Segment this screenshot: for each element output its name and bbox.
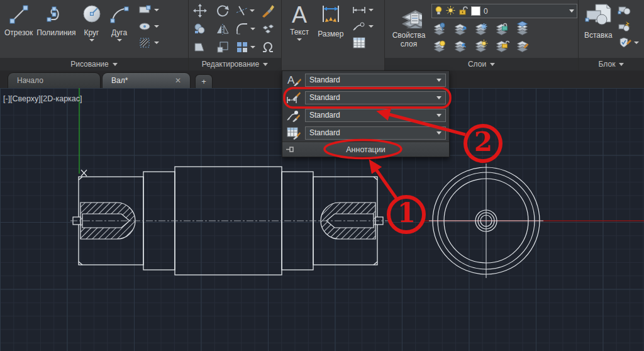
hatch-dropdown-caret-icon[interactable] [154, 42, 159, 44]
edit-block-button[interactable] [617, 20, 632, 33]
viewport-menu-control[interactable]: [-] [3, 94, 10, 103]
tab-drawing-label: Вал* [111, 76, 128, 85]
stretch-icon [193, 41, 207, 53]
table-style-combo[interactable]: Standard [305, 126, 446, 140]
ellipse-dropdown-caret-icon[interactable] [154, 25, 159, 28]
mirror-button[interactable] [216, 23, 230, 35]
dimension-linear-button[interactable] [352, 3, 367, 17]
text-style-combo[interactable]: Standard [305, 74, 446, 87]
layer-match-button[interactable] [514, 38, 530, 53]
offset-button[interactable] [260, 40, 275, 54]
explode-button[interactable] [261, 22, 275, 36]
multileader-style-combo[interactable]: Standard [305, 109, 446, 122]
arc-button[interactable]: Дуга [106, 2, 133, 43]
trim-dropdown-caret-icon[interactable] [250, 9, 255, 12]
scale-button[interactable] [216, 40, 230, 54]
insert-block-icon [584, 3, 612, 30]
insert-block-button[interactable]: Вставка [582, 2, 614, 41]
dimension-icon [318, 3, 343, 29]
create-block-button[interactable] [617, 3, 632, 17]
ellipse-tool-button[interactable] [137, 20, 152, 33]
hatch-tool-button[interactable] [137, 36, 152, 50]
line-button[interactable]: Отрезок [3, 2, 35, 38]
panel-expand-caret-icon [263, 63, 268, 66]
text-dropdown-caret-icon[interactable] [297, 38, 302, 41]
panel-block: Вставка [579, 0, 644, 70]
layer-on-bulb-icon[interactable] [435, 6, 443, 17]
layer-properties-button[interactable]: Свойства слоя [386, 2, 431, 50]
layer-combo-caret-icon[interactable] [569, 9, 574, 13]
circle-dropdown-caret-icon[interactable] [89, 39, 94, 42]
copy-icon [193, 22, 207, 36]
rectangle-dropdown-caret-icon[interactable] [154, 9, 159, 11]
attributes-dropdown-caret-icon[interactable] [634, 42, 639, 44]
move-button[interactable] [193, 4, 207, 18]
ribbon: Отрезок Полилиния Круг [0, 0, 644, 70]
arc-icon [108, 3, 131, 28]
text-style-value: Standard [309, 75, 436, 84]
panel-annotate: A Текст Размер [282, 0, 385, 70]
leader-button[interactable] [352, 20, 367, 33]
scale-icon [216, 40, 230, 54]
rectangle-tool-button[interactable] [137, 3, 152, 17]
fillet-dropdown-caret-icon[interactable] [250, 28, 255, 30]
panel-title-block[interactable]: Блок [579, 58, 644, 70]
layer-off-button[interactable] [431, 21, 447, 36]
offset-icon [260, 40, 275, 54]
table-button[interactable] [352, 36, 367, 50]
panel-expand-caret-icon [619, 63, 624, 66]
layer-color-swatch[interactable] [471, 6, 480, 16]
layer-select-combo[interactable]: 0 [431, 4, 577, 18]
polyline-button[interactable]: Полилиния [35, 2, 77, 38]
layer-isolate-button[interactable] [452, 21, 468, 36]
line-button-label: Отрезок [4, 28, 33, 37]
layer-on-all-button[interactable] [431, 38, 447, 53]
array-button[interactable] [235, 40, 255, 54]
circle-button[interactable]: Круг [78, 2, 106, 43]
rotate-button[interactable] [216, 4, 230, 18]
rotate-icon [216, 4, 230, 18]
layer-properties-icon [396, 4, 422, 30]
layer-unlock-icon[interactable] [458, 6, 468, 17]
viewport-view-control[interactable]: [Сверху] [10, 94, 41, 103]
layer-freeze-sun-icon[interactable] [446, 6, 455, 17]
erase-button[interactable] [261, 4, 275, 18]
layer-unlock-all-button[interactable] [494, 38, 509, 53]
stretch-button[interactable] [193, 41, 207, 53]
layer-lock-button[interactable] [494, 21, 509, 36]
text-icon: A [292, 3, 307, 27]
copy-button[interactable] [193, 22, 207, 36]
text-button[interactable]: A Текст [288, 2, 311, 42]
layer-make-current-button[interactable] [514, 21, 530, 36]
viewport-controls: [-] [Сверху] [2D-каркас] [3, 94, 82, 103]
new-tab-button[interactable]: + [195, 74, 213, 88]
tab-close-icon[interactable]: ✕ [175, 76, 181, 85]
trim-button[interactable] [236, 5, 255, 16]
table-style-icon [286, 126, 302, 140]
fillet-button[interactable] [235, 23, 255, 35]
tab-drawing-val[interactable]: Вал* ✕ [102, 72, 191, 88]
layer-unisolate-button[interactable] [452, 38, 468, 53]
text-style-caret-icon [436, 79, 441, 82]
axis-end-marker [81, 170, 87, 176]
panel-title-layers[interactable]: Слои [385, 58, 578, 70]
layer-freeze-button[interactable] [473, 21, 489, 36]
dimension-button[interactable]: Размер [316, 2, 345, 40]
layer-thaw-all-button[interactable] [473, 38, 489, 53]
leader-dropdown-caret-icon[interactable] [369, 25, 374, 28]
viewport-visual-style-control[interactable]: [2D-каркас] [41, 94, 82, 103]
text-button-label: Текст [290, 28, 309, 36]
annotation-flyout-footer[interactable]: Аннотации [282, 142, 449, 157]
panel-title-modify[interactable]: Редактирование [189, 58, 281, 70]
panel-title-draw[interactable]: Рисование [0, 58, 188, 70]
move-icon [193, 4, 207, 18]
arc-dropdown-caret-icon[interactable] [117, 39, 122, 42]
dimension-style-combo[interactable]: Standard [305, 91, 446, 104]
array-dropdown-caret-icon[interactable] [250, 46, 255, 48]
tab-start[interactable]: Начало [8, 72, 101, 88]
dimension-button-label: Размер [318, 30, 343, 38]
define-attributes-button[interactable] [617, 36, 632, 50]
dimension-dropdown-caret-icon[interactable] [369, 9, 374, 11]
pin-icon[interactable] [286, 146, 295, 155]
table-style-caret-icon [436, 131, 441, 135]
